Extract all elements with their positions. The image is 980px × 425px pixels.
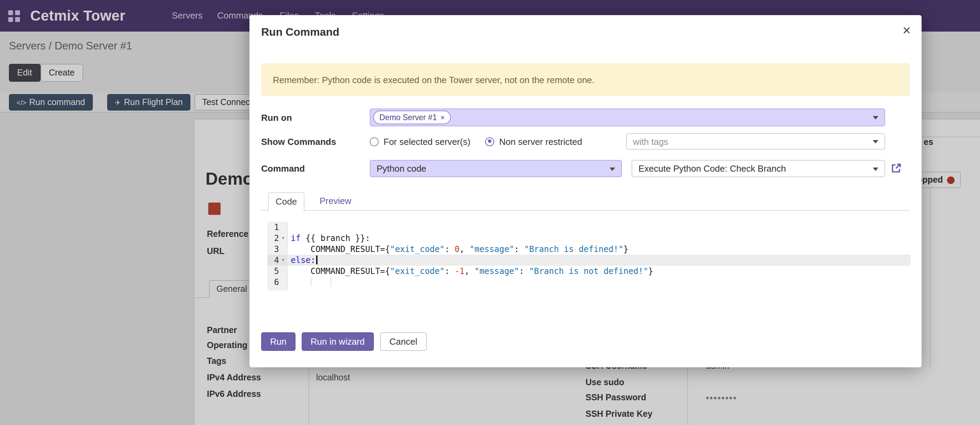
command-name-value: Execute Python Code: Check Branch (638, 163, 786, 174)
chevron-down-icon[interactable] (873, 167, 878, 171)
modal-title: Run Command (261, 26, 339, 38)
close-icon[interactable]: × (903, 23, 911, 37)
run-command-modal: Run Command × Remember: Python code is e… (250, 15, 921, 367)
command-type-select[interactable]: Python code (370, 160, 622, 177)
chevron-down-icon[interactable] (873, 116, 878, 119)
run-on-row: Run on Demo Server #1 × (261, 108, 885, 126)
fold-arrow-icon (279, 266, 287, 277)
radio-non-server-restricted[interactable] (485, 137, 495, 146)
radio-non-server-restricted-label[interactable]: Non server restricted (499, 136, 582, 147)
radio-for-selected-servers[interactable] (370, 137, 379, 146)
command-name-select[interactable]: Execute Python Code: Check Branch (632, 160, 885, 177)
alert-text: Remember: Python code is executed on the… (273, 75, 595, 85)
command-label: Command (261, 163, 370, 174)
fold-arrow-icon (279, 244, 287, 255)
with-tags-select[interactable]: with tags (626, 133, 885, 150)
server-tag-chip[interactable]: Demo Server #1 × (373, 111, 451, 124)
editor-line[interactable]: 3 COMMAND_RESULT={"exit_code": 0, "messa… (267, 244, 911, 255)
code-line-text: COMMAND_RESULT={"exit_code": -1, "messag… (287, 266, 653, 277)
tab-preview[interactable]: Preview (313, 192, 358, 210)
gutter-cell: 3 (267, 244, 287, 255)
tabs-underline (261, 210, 910, 211)
command-type-value: Python code (377, 163, 426, 174)
gutter-cell: 1 (267, 222, 287, 233)
cancel-button[interactable]: Cancel (380, 332, 427, 351)
python-warning-alert: Remember: Python code is executed on the… (261, 63, 910, 96)
gutter-cell: 5 (267, 266, 287, 277)
run-button[interactable]: Run (261, 332, 296, 351)
fold-arrow-icon (279, 277, 287, 288)
editor-line[interactable]: 4▾else: (267, 255, 911, 266)
editor-line[interactable]: 1 (267, 222, 911, 233)
code-line-text: if {{ branch }}: (287, 233, 370, 244)
run-in-wizard-button[interactable]: Run in wizard (302, 332, 374, 351)
screen: Cetmix Tower Servers Commands Files Tool… (0, 0, 980, 425)
run-on-label: Run on (261, 112, 370, 122)
code-editor-lines: 12▾if {{ branch }}:3 COMMAND_RESULT={"ex… (267, 222, 911, 288)
fold-arrow-icon (279, 222, 287, 233)
code-line-text (287, 222, 291, 233)
text-cursor (316, 255, 318, 264)
code-line-text: else: (287, 255, 318, 266)
chevron-down-icon[interactable] (873, 140, 878, 143)
command-row: Command Python code Execute Python Code:… (261, 160, 885, 177)
editor-line[interactable]: 6 (267, 277, 911, 288)
show-commands-label: Show Commands (261, 136, 370, 147)
remove-tag-icon[interactable]: × (440, 113, 445, 122)
gutter-cell: 4▾ (267, 255, 287, 266)
code-line-text: COMMAND_RESULT={"exit_code": 0, "message… (287, 244, 628, 255)
run-on-multiselect[interactable]: Demo Server #1 × (370, 108, 885, 126)
modal-footer: Run Run in wizard Cancel (261, 332, 427, 351)
editor-line[interactable]: 5 COMMAND_RESULT={"exit_code": -1, "mess… (267, 266, 911, 277)
gutter-cell: 2▾ (267, 233, 287, 244)
editor-line[interactable]: 2▾if {{ branch }}: (267, 233, 911, 244)
radio-for-selected-servers-label[interactable]: For selected server(s) (383, 136, 471, 147)
tab-code[interactable]: Code (268, 192, 304, 211)
gutter-cell: 6 (267, 277, 287, 288)
server-tag-label: Demo Server #1 (379, 113, 437, 122)
fold-arrow-icon[interactable]: ▾ (279, 233, 287, 244)
code-editor[interactable]: 12▾if {{ branch }}:3 COMMAND_RESULT={"ex… (267, 222, 911, 290)
fold-arrow-icon[interactable]: ▾ (279, 255, 287, 266)
chevron-down-icon[interactable] (609, 167, 615, 171)
code-line-text (287, 277, 291, 288)
show-commands-row: Show Commands For selected server(s) Non… (261, 133, 885, 150)
external-link-icon[interactable] (891, 163, 902, 174)
with-tags-placeholder: with tags (633, 136, 668, 147)
